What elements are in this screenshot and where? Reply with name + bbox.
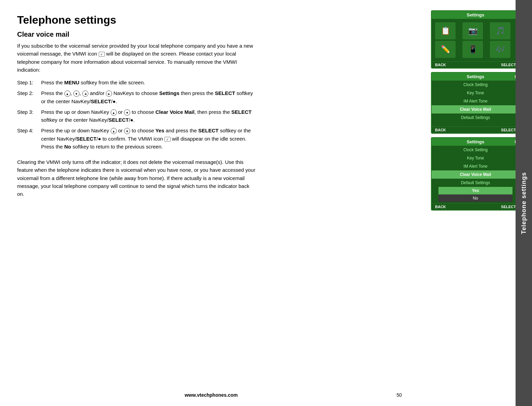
nav-up3-icon: ▲ xyxy=(111,128,117,134)
menu-item-imalert: IM Alert Tone xyxy=(432,97,519,105)
nav-down2-icon: ▼ xyxy=(124,109,130,116)
screen3-select-btn[interactable]: SELECT xyxy=(501,205,516,209)
dropdown-yes[interactable]: Yes xyxy=(438,187,512,194)
nav-down-icon: ▼ xyxy=(73,91,79,97)
phone-screen-1: Settings 📋 📷 🎵 ✏️ 📱 🎶 BACK SELECT xyxy=(431,10,520,69)
body-paragraph-1: If you subscribe to the voicemail servic… xyxy=(17,42,257,74)
sidebar-tab-label: Telephone settings xyxy=(520,172,528,234)
screen1-header: Settings xyxy=(432,11,519,19)
nav-right-icon: ► xyxy=(106,91,112,97)
screen3-header-label: Settings xyxy=(467,139,484,144)
icon-4: ✏️ xyxy=(435,41,456,58)
step-3-label: Step 3: xyxy=(17,108,41,124)
vmwi-icon: ✓ xyxy=(99,52,105,57)
screen2-back-btn[interactable]: BACK xyxy=(435,128,446,132)
step-1: Step 1: Press the MENU softkey from the … xyxy=(17,79,257,86)
icon-3: 🎵 xyxy=(490,22,510,39)
menu-item-clock: Clock Setting xyxy=(432,81,519,89)
phone-screen-3: Settings ⇕ Clock Setting Key Tone IM Ale… xyxy=(431,137,520,211)
menu-2: Clock Setting Key Tone IM Alert Tone Cle… xyxy=(432,81,519,122)
screen1-select-btn[interactable]: SELECT xyxy=(501,63,516,67)
step-2: Step 2: Press the ▲, ▼, ◄ and/or ► NavKe… xyxy=(17,89,257,105)
nav-up-icon: ▲ xyxy=(64,91,71,97)
vmwi-icon2: ✓ xyxy=(164,137,171,142)
screen2-select-btn[interactable]: SELECT xyxy=(501,128,516,132)
step-1-text: Press the MENU softkey from the idle scr… xyxy=(41,79,257,86)
page-number: 50 xyxy=(396,392,402,398)
screen1-footer: BACK SELECT xyxy=(432,61,519,68)
menu3-item-keytone: Key Tone xyxy=(432,154,519,162)
nav-left-icon: ◄ xyxy=(82,91,88,97)
website: www.vtechphones.com xyxy=(185,392,238,398)
footer-paragraph: Clearing the VMWI only turns off the ind… xyxy=(17,158,257,198)
menu-item-clearvoicemail: Clear Voice Mail xyxy=(432,105,519,114)
screen2-header-label: Settings xyxy=(467,74,484,79)
main-content: Telephone settings Clear voice mail If y… xyxy=(0,0,422,406)
step-2-text: Press the ▲, ▼, ◄ and/or ► NavKeys to ch… xyxy=(41,89,257,105)
menu3-item-default: Default Settings xyxy=(432,179,519,187)
step-4-text: Press the up or down NavKey ▲ or ▼ to ch… xyxy=(41,127,257,151)
screen2-header: Settings ⇕ xyxy=(432,73,519,81)
sidebar-tab: Telephone settings xyxy=(516,0,532,406)
icon-6: 🎶 xyxy=(490,41,510,58)
menu3-item-imalert: IM Alert Tone xyxy=(432,162,519,170)
phone-screen-2: Settings ⇕ Clock Setting Key Tone IM Ale… xyxy=(431,72,520,134)
screen2-footer: BACK SELECT xyxy=(432,127,519,133)
step-4: Step 4: Press the up or down NavKey ▲ or… xyxy=(17,127,257,151)
dropdown-container: Yes No xyxy=(432,187,519,203)
screen3-header: Settings ⇕ xyxy=(432,138,519,146)
icons-grid: 📋 📷 🎵 ✏️ 📱 🎶 xyxy=(432,19,519,61)
menu3-item-clearvoicemail: Clear Voice Mail xyxy=(432,170,519,179)
nav-down3-icon: ▼ xyxy=(124,128,130,134)
menu-item-keytone: Key Tone xyxy=(432,89,519,97)
nav-up2-icon: ▲ xyxy=(111,109,117,116)
step-3: Step 3: Press the up or down NavKey ▲ or… xyxy=(17,108,257,124)
screen3-back-btn[interactable]: BACK xyxy=(435,205,446,209)
bottom-bar: www.vtechphones.com 50 xyxy=(0,392,422,398)
steps-container: Step 1: Press the MENU softkey from the … xyxy=(17,79,257,153)
screen3-footer: BACK SELECT xyxy=(432,203,519,210)
section-title: Clear voice mail xyxy=(17,31,409,38)
dropdown-no[interactable]: No xyxy=(438,194,512,202)
page-title: Telephone settings xyxy=(17,14,409,26)
icon-2: 📷 xyxy=(462,22,483,39)
step-2-label: Step 2: xyxy=(17,89,41,105)
menu3-item-clock: Clock Setting xyxy=(432,146,519,154)
icon-1: 📋 xyxy=(435,22,456,39)
icon-5: 📱 xyxy=(462,41,483,58)
step-4-label: Step 4: xyxy=(17,127,41,151)
menu-3: Clock Setting Key Tone IM Alert Tone Cle… xyxy=(432,146,519,187)
step-1-label: Step 1: xyxy=(17,79,41,86)
menu-item-default: Default Settings xyxy=(432,114,519,122)
screen1-back-btn[interactable]: BACK xyxy=(435,63,446,67)
screen1-header-label: Settings xyxy=(467,12,484,17)
step-3-text: Press the up or down NavKey ▲ or ▼ to ch… xyxy=(41,108,257,124)
